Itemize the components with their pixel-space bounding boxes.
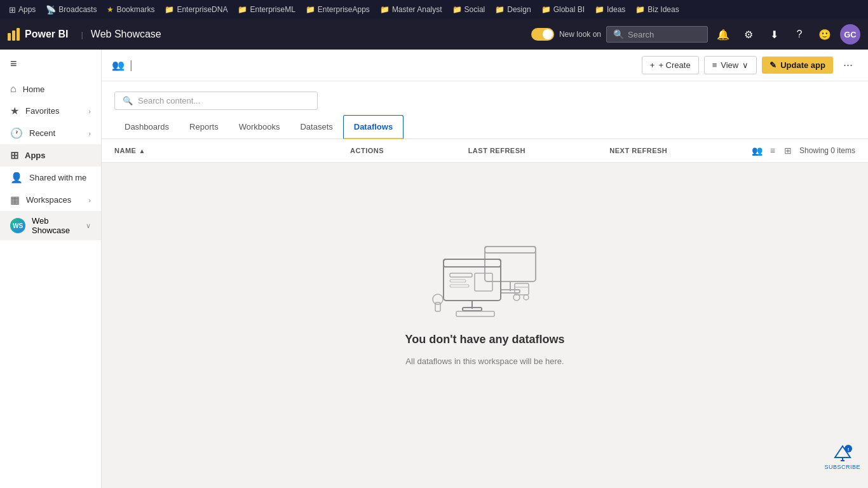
topnav-design[interactable]: 📁 Design	[491, 4, 534, 15]
tab-dataflows[interactable]: Dataflows	[343, 115, 403, 139]
folder-icon-3: 📁	[306, 5, 315, 14]
update-app-label: Update app	[780, 60, 825, 70]
shared-icon: 👤	[10, 172, 23, 184]
svg-rect-8	[450, 285, 469, 287]
sidebar-item-apps[interactable]: ⊞ Apps	[0, 144, 101, 166]
view-button[interactable]: ≡ View ∨	[704, 56, 757, 74]
apps-icon: ⊞	[10, 149, 18, 161]
tab-reports-label: Reports	[189, 122, 219, 132]
global-search-box[interactable]: 🔍	[606, 26, 708, 43]
sidebar-item-home[interactable]: ⌂ Home	[0, 78, 101, 100]
favorites-icon: ★	[10, 105, 19, 117]
topnav-enterpriseapps[interactable]: 📁 EnterpriseApps	[302, 4, 374, 15]
table-header: NAME ▲ ACTIONS LAST REFRESH NEXT REFRESH…	[102, 139, 868, 163]
list-view-icon[interactable]: ≡	[766, 144, 779, 157]
topnav-apps[interactable]: ⊞ Apps	[5, 4, 39, 16]
sidebar-item-web-showcase[interactable]: WS Web Showcase ∨	[0, 211, 101, 240]
sidebar-item-favorites[interactable]: ★ Favorites ›	[0, 100, 101, 122]
workspace-name: Web Showcase	[91, 29, 161, 40]
showing-count-text: Showing 0 items	[799, 146, 855, 155]
sidebar-item-workspaces[interactable]: ▦ Workspaces ›	[0, 189, 101, 211]
svg-rect-11	[463, 308, 482, 311]
more-options-button[interactable]: ···	[838, 55, 858, 76]
main-layout: ≡ ⌂ Home ★ Favorites › 🕐 Recent › ⊞ Apps…	[0, 50, 868, 488]
user-avatar[interactable]: GC	[840, 24, 860, 44]
tab-datasets-label: Datasets	[300, 122, 332, 132]
sidebar-home-label: Home	[23, 85, 91, 94]
header-logo[interactable]: Power BI	[8, 28, 68, 41]
empty-state-title: You don't have any dataflows	[405, 333, 565, 346]
topnav-bookmarks[interactable]: ★ Bookmarks	[103, 4, 158, 15]
sidebar-item-shared[interactable]: 👤 Shared with me	[0, 166, 101, 189]
tab-datasets[interactable]: Datasets	[290, 116, 342, 139]
sidebar-item-recent[interactable]: 🕐 Recent ›	[0, 122, 101, 144]
empty-state: You don't have any dataflows All dataflo…	[102, 163, 868, 488]
grid-view-icon[interactable]: ⊞	[782, 144, 794, 157]
chevron-down-icon-2: ∨	[742, 60, 749, 70]
new-look-switch[interactable]	[531, 28, 554, 41]
topnav-bizideas[interactable]: 📁 Biz Ideas	[632, 4, 682, 15]
content-toolbar: 👥 | + + Create ≡ View ∨ ✎ Update app ···	[102, 50, 868, 81]
folder-icon-4: 📁	[380, 5, 390, 14]
col-name-header[interactable]: NAME ▲	[114, 147, 350, 154]
folder-icon-2: 📁	[238, 5, 247, 14]
folder-icon-5: 📁	[452, 5, 462, 14]
workspace-avatar: WS	[10, 218, 25, 233]
svg-text:!: !	[847, 447, 849, 452]
download-icon: ⬇	[770, 29, 778, 41]
tab-dashboards[interactable]: Dashboards	[114, 116, 179, 139]
topnav-ideas-label: Ideas	[607, 5, 625, 14]
radio-icon: 📡	[46, 5, 56, 15]
search-input[interactable]	[628, 30, 701, 39]
settings-button[interactable]: ⚙	[738, 24, 759, 44]
topnav-enterprisedna[interactable]: 📁 EnterpriseDNA	[161, 4, 231, 15]
download-button[interactable]: ⬇	[764, 24, 784, 44]
sidebar-webshowcase-label: Web Showcase	[32, 216, 79, 235]
svg-rect-6	[450, 273, 472, 277]
topnav-ideas[interactable]: 📁 Ideas	[591, 4, 629, 15]
svg-rect-5	[444, 259, 501, 267]
content-search-box[interactable]: 🔍	[114, 92, 318, 110]
chevron-down-icon: ∨	[86, 222, 91, 230]
recent-icon: 🕐	[10, 127, 23, 139]
feedback-button[interactable]: 🙂	[815, 24, 835, 44]
topnav-broadcasts[interactable]: 📡 Broadcasts	[42, 4, 100, 16]
topnav-masteranalyst[interactable]: 📁 Master Analyst	[376, 4, 446, 15]
people-view-icon[interactable]: 👥	[751, 144, 764, 157]
tab-dataflows-label: Dataflows	[354, 122, 393, 132]
chevron-right-icon: ›	[88, 107, 91, 115]
avatar-initials: GC	[844, 30, 857, 39]
folder-icon-9: 📁	[635, 5, 645, 14]
new-look-toggle[interactable]: New look on	[531, 28, 601, 41]
topnav-enterpriseml[interactable]: 📁 EnterpriseML	[234, 4, 299, 15]
subscribe-button[interactable]: ! SUBSCRIBE	[824, 444, 860, 470]
search-content-icon: 🔍	[123, 96, 133, 105]
tab-workbooks[interactable]: Workbooks	[229, 116, 290, 139]
hamburger-icon: ≡	[10, 57, 17, 70]
smile-icon: 🙂	[818, 29, 831, 41]
help-button[interactable]: ?	[789, 24, 810, 44]
topnav-globalbi[interactable]: 📁 Global BI	[538, 4, 588, 15]
svg-point-18	[524, 295, 529, 300]
topnav-social[interactable]: 📁 Social	[449, 4, 489, 15]
header-separator: |	[81, 30, 83, 39]
app-name: Power BI	[25, 29, 68, 40]
topnav-apps-label: Apps	[18, 5, 36, 14]
create-button[interactable]: + + Create	[642, 56, 699, 74]
plus-icon: +	[650, 60, 655, 70]
folder-icon-6: 📁	[495, 5, 505, 14]
people-icon: 👥	[112, 59, 125, 71]
col-next-refresh-header: NEXT REFRESH	[609, 147, 751, 154]
folder-icon-8: 📁	[595, 5, 604, 14]
topnav-globalbi-label: Global BI	[553, 5, 585, 14]
workspaces-icon: ▦	[10, 194, 20, 206]
sidebar-shared-label: Shared with me	[29, 173, 91, 182]
update-app-button[interactable]: ✎ Update app	[762, 57, 833, 74]
sidebar-toggle-button[interactable]: ≡	[0, 50, 101, 78]
notifications-button[interactable]: 🔔	[713, 24, 733, 44]
content-search-input[interactable]	[138, 96, 309, 105]
tab-reports[interactable]: Reports	[179, 116, 229, 139]
help-icon: ?	[797, 29, 803, 40]
subscribe-icon: !	[832, 444, 853, 464]
sidebar-recent-label: Recent	[29, 128, 82, 138]
